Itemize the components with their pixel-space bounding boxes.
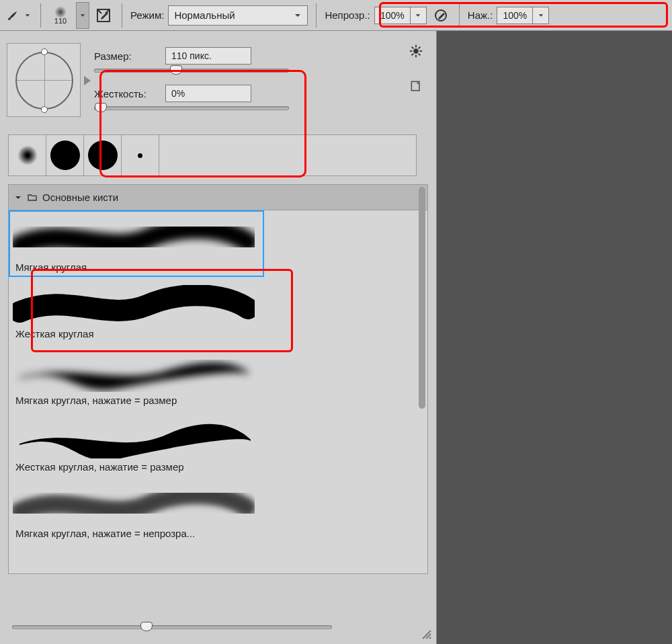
brush-preset-label: Мягкая круглая, нажатие = непрозра... bbox=[13, 526, 263, 540]
brush-angle-widget[interactable] bbox=[7, 43, 81, 117]
size-label: Размер: bbox=[94, 50, 156, 62]
svg-point-3 bbox=[413, 48, 418, 53]
brush-preset-item[interactable]: Мягкая круглая bbox=[9, 210, 264, 277]
brush-preset-dropdown[interactable] bbox=[76, 2, 89, 29]
brush-preset-item[interactable]: Жесткая круглая bbox=[9, 277, 264, 344]
brush-preset-panel: Размер: 110 пикс. Жесткость: 0% bbox=[0, 31, 437, 644]
hardness-slider[interactable] bbox=[94, 106, 289, 110]
svg-point-0 bbox=[8, 17, 10, 19]
separator bbox=[316, 3, 317, 28]
svg-line-15 bbox=[429, 637, 431, 639]
recent-brush-2[interactable] bbox=[46, 135, 84, 175]
bottom-size-slider[interactable] bbox=[12, 625, 332, 629]
scrollbar[interactable] bbox=[419, 187, 425, 409]
brush-preset-item[interactable]: Жесткая круглая, нажатие = размер bbox=[9, 410, 264, 477]
svg-line-8 bbox=[412, 47, 414, 49]
angle-arrow-icon bbox=[83, 75, 92, 87]
size-slider-thumb[interactable] bbox=[170, 65, 182, 75]
new-preset-button[interactable] bbox=[407, 77, 425, 95]
brush-preset-item[interactable]: Мягкая круглая, нажатие = непрозра... bbox=[9, 477, 264, 543]
svg-line-11 bbox=[419, 47, 421, 49]
brush-size-number: 110 bbox=[54, 17, 67, 25]
opacity-label: Непрозр.: bbox=[325, 9, 370, 21]
options-bar: 110 Режим: Нормальный Непрозр.: 100% Наж… bbox=[0, 0, 672, 31]
panel-menu-button[interactable] bbox=[407, 42, 425, 61]
recent-brush-empty bbox=[159, 135, 416, 175]
recent-brush-4[interactable] bbox=[122, 135, 159, 175]
folder-icon bbox=[26, 192, 38, 203]
separator bbox=[122, 3, 122, 28]
recent-brushes bbox=[8, 134, 417, 176]
svg-line-10 bbox=[412, 54, 414, 56]
brush-preset-label: Мягкая круглая bbox=[13, 260, 263, 274]
angle-handle-top[interactable] bbox=[41, 48, 48, 55]
recent-brush-3[interactable] bbox=[84, 135, 122, 175]
hardness-input[interactable]: 0% bbox=[165, 85, 251, 102]
brush-preview[interactable]: 110 bbox=[49, 4, 72, 27]
chevron-down-icon bbox=[294, 11, 302, 19]
tool-preset-dropdown[interactable] bbox=[23, 11, 32, 20]
canvas-area[interactable] bbox=[437, 31, 672, 644]
blend-mode-select[interactable]: Нормальный bbox=[168, 5, 308, 26]
brush-folder-header[interactable]: Основные кисти bbox=[9, 185, 427, 210]
brush-preset-label: Мягкая круглая, нажатие = размер bbox=[13, 393, 263, 407]
angle-handle-bottom[interactable] bbox=[41, 106, 48, 113]
chevron-down-icon bbox=[14, 194, 22, 202]
blend-mode-value: Нормальный bbox=[174, 9, 235, 21]
bottom-slider-thumb[interactable] bbox=[140, 622, 153, 631]
brush-preset-label: Жесткая круглая bbox=[13, 327, 263, 341]
size-slider[interactable] bbox=[94, 69, 289, 73]
brush-tool-icon[interactable] bbox=[7, 9, 19, 22]
brush-list: Основные кисти Мягкая круглаяЖесткая кру… bbox=[8, 184, 428, 574]
brush-preset-label: Жесткая круглая, нажатие = размер bbox=[13, 460, 263, 474]
resize-grip[interactable] bbox=[419, 627, 432, 640]
size-input[interactable]: 110 пикс. bbox=[165, 47, 251, 65]
folder-name: Основные кисти bbox=[42, 192, 118, 203]
highlight-annotation bbox=[379, 2, 668, 28]
brush-sliders: Размер: 110 пикс. Жесткость: 0% bbox=[94, 43, 429, 122]
mode-label: Режим: bbox=[130, 9, 164, 21]
hardness-slider-thumb[interactable] bbox=[95, 103, 107, 112]
separator bbox=[40, 3, 41, 28]
hardness-label: Жесткость: bbox=[94, 88, 156, 99]
svg-line-9 bbox=[419, 54, 421, 56]
brush-tip-controls: Размер: 110 пикс. Жесткость: 0% bbox=[0, 31, 436, 129]
brush-settings-toggle[interactable] bbox=[93, 5, 114, 26]
brush-preset-item[interactable]: Мягкая круглая, нажатие = размер bbox=[9, 344, 264, 410]
recent-brush-1[interactable] bbox=[9, 135, 46, 175]
